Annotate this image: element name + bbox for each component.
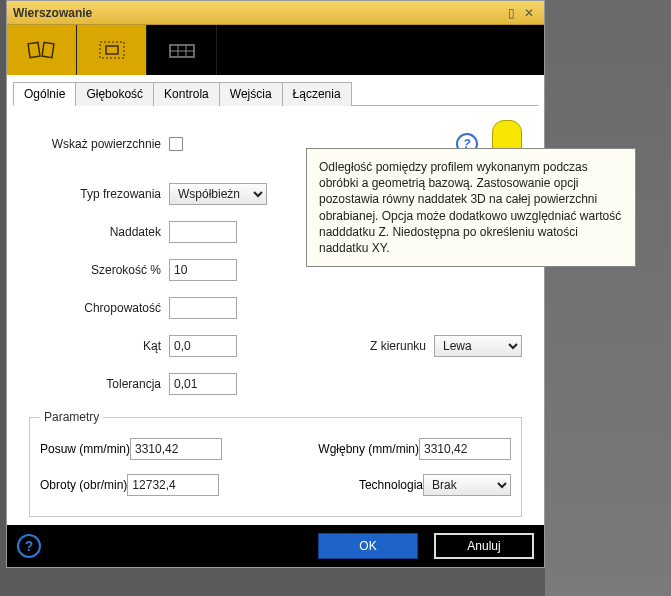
label-allowance: Naddatek: [29, 225, 169, 239]
tab-depth[interactable]: Głębokość: [75, 82, 154, 106]
mode2-icon: [95, 37, 129, 63]
cancel-button[interactable]: Anuluj: [434, 533, 534, 559]
tab-control[interactable]: Kontrola: [153, 82, 220, 106]
dialog-footer: ? OK Anuluj: [7, 525, 544, 567]
label-tech: Technologia: [359, 478, 423, 492]
select-milltype[interactable]: Współbieżn: [169, 183, 267, 205]
dialog-panel: Wierszowanie ▯ ✕ Ogólni: [6, 0, 545, 568]
svg-rect-3: [106, 46, 118, 54]
svg-rect-0: [28, 42, 40, 57]
tooltip-allowance: Odległość pomiędzy profilem wykonanym po…: [306, 148, 636, 267]
mode-toolbar: [7, 25, 544, 75]
mode1-icon: [25, 37, 59, 63]
mode-button-2[interactable]: [77, 25, 147, 75]
label-tolerance: Tolerancja: [29, 377, 169, 391]
checkbox-surface[interactable]: [169, 137, 183, 151]
params-fieldset: Parametry Posuw (mm/min) Wgłębny (mm/min…: [29, 410, 522, 517]
svg-rect-2: [100, 42, 124, 58]
label-rpm: Obroty (obr/min): [40, 478, 127, 492]
input-allowance[interactable]: [169, 221, 237, 243]
select-tech[interactable]: Brak: [423, 474, 511, 496]
mode-button-3[interactable]: [147, 25, 217, 75]
label-plunge: Wgłębny (mm/min): [318, 442, 419, 456]
input-widthpct[interactable]: [169, 259, 237, 281]
input-plunge[interactable]: [419, 438, 511, 460]
input-feed[interactable]: [130, 438, 222, 460]
label-roughness: Chropowatość: [29, 301, 169, 315]
svg-rect-1: [42, 42, 54, 57]
input-roughness[interactable]: [169, 297, 237, 319]
close-icon[interactable]: ✕: [520, 6, 538, 20]
window-title: Wierszowanie: [13, 6, 502, 20]
input-rpm[interactable]: [127, 474, 219, 496]
tab-general[interactable]: Ogólnie: [13, 82, 76, 106]
ok-button[interactable]: OK: [318, 533, 418, 559]
tab-entries[interactable]: Wejścia: [219, 82, 283, 106]
select-zdir[interactable]: Lewa: [434, 335, 522, 357]
label-surface: Wskaż powierzchnie: [29, 137, 169, 151]
title-bar: Wierszowanie ▯ ✕: [7, 1, 544, 25]
label-zdir: Z kierunku: [304, 339, 434, 353]
background-strip: [545, 0, 671, 596]
mode3-icon: [165, 37, 199, 63]
input-tolerance[interactable]: [169, 373, 237, 395]
label-milltype: Typ frezowania: [29, 187, 169, 201]
mode-button-1[interactable]: [7, 25, 77, 75]
pin-icon[interactable]: ▯: [502, 6, 520, 20]
params-legend: Parametry: [40, 410, 103, 424]
label-angle: Kąt: [29, 339, 169, 353]
tabs-bar: Ogólnie Głębokość Kontrola Wejścia Łącze…: [7, 75, 544, 525]
input-angle[interactable]: [169, 335, 237, 357]
tab-links[interactable]: Łączenia: [282, 82, 352, 106]
footer-help-icon[interactable]: ?: [17, 534, 41, 558]
label-feed: Posuw (mm/min): [40, 442, 130, 456]
label-widthpct: Szerokość %: [29, 263, 169, 277]
